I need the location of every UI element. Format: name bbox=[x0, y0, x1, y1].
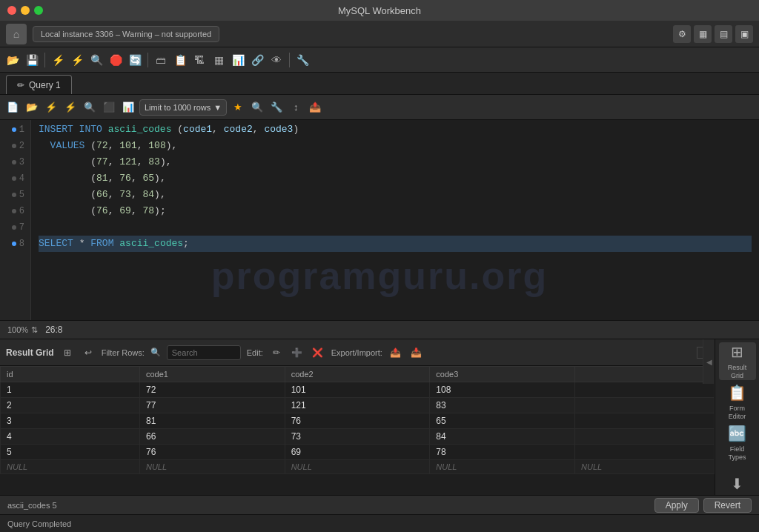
cell-code2[interactable]: 101 bbox=[285, 382, 430, 398]
table-row[interactable]: 4667384 bbox=[1, 429, 715, 445]
folder-open-icon[interactable]: 📂 bbox=[4, 52, 21, 68]
table-row[interactable]: 172101108 bbox=[1, 382, 715, 398]
schema-icon[interactable]: 🏗 bbox=[191, 52, 208, 68]
minimize-button[interactable] bbox=[21, 6, 30, 15]
cell-code1[interactable]: 72 bbox=[139, 382, 285, 398]
cell-id[interactable]: 2 bbox=[1, 398, 140, 413]
cell-extra[interactable] bbox=[575, 445, 715, 460]
cell-code2[interactable]: 76 bbox=[285, 413, 430, 429]
cell-extra[interactable] bbox=[575, 382, 715, 398]
cell-code3[interactable]: 65 bbox=[430, 413, 575, 429]
explain-icon[interactable]: 🔍 bbox=[82, 99, 98, 116]
code-line-3: (77, 121, 83), bbox=[39, 154, 752, 170]
cell-code2[interactable]: 73 bbox=[285, 429, 430, 445]
expand-sidebar-arrow[interactable]: ◀ bbox=[703, 339, 715, 384]
limit-select[interactable]: Limit to 1000 rows ▼ bbox=[139, 99, 227, 116]
cell-id[interactable]: 1 bbox=[1, 382, 140, 398]
stop-exec-icon[interactable]: ⬛ bbox=[101, 99, 117, 116]
cell-code2[interactable]: 69 bbox=[285, 445, 430, 460]
cell-code1[interactable]: NULL bbox=[139, 460, 285, 474]
sql-editor[interactable]: 1 2 3 4 5 6 7 8 INSERT INTO ascii_codes … bbox=[0, 120, 759, 320]
code-area[interactable]: INSERT INTO ascii_codes (code1, code2, c… bbox=[31, 120, 759, 320]
cell-code3[interactable]: 108 bbox=[430, 382, 575, 398]
cell-code1[interactable]: 77 bbox=[139, 398, 285, 413]
nav-bar: ⌂ Local instance 3306 – Warning – not su… bbox=[0, 21, 759, 47]
search-input[interactable] bbox=[167, 345, 241, 360]
home-icon[interactable]: ⌂ bbox=[6, 24, 27, 44]
cell-extra[interactable] bbox=[575, 398, 715, 413]
table-row[interactable]: 3817665 bbox=[1, 413, 715, 429]
query-status-bar: Query Completed bbox=[0, 514, 759, 532]
import-icon[interactable]: 📥 bbox=[409, 345, 424, 360]
query-tab[interactable]: ✏ Query 1 bbox=[6, 75, 72, 94]
settings-icon[interactable]: ⚙ bbox=[673, 25, 691, 43]
column-icon[interactable]: ▦ bbox=[211, 52, 227, 68]
cell-code1[interactable]: 66 bbox=[139, 429, 285, 445]
cell-extra[interactable]: NULL bbox=[575, 460, 715, 474]
cell-id[interactable]: 5 bbox=[1, 445, 140, 460]
cell-code2[interactable]: 121 bbox=[285, 398, 430, 413]
layout-icon[interactable]: ▦ bbox=[694, 25, 712, 43]
cell-code3[interactable]: 78 bbox=[430, 445, 575, 460]
view-icon[interactable]: 👁 bbox=[268, 52, 285, 68]
find-icon[interactable]: 🔍 bbox=[249, 99, 265, 116]
cell-id[interactable]: 3 bbox=[1, 413, 140, 429]
close-button[interactable] bbox=[7, 6, 16, 15]
col-extra bbox=[575, 367, 715, 382]
layout3-icon[interactable]: ▣ bbox=[735, 25, 753, 43]
cell-code3[interactable]: 84 bbox=[430, 429, 575, 445]
manage-icon[interactable]: 🔧 bbox=[294, 52, 311, 68]
bookmark-icon[interactable]: ★ bbox=[230, 99, 246, 116]
index-icon[interactable]: 📊 bbox=[230, 52, 246, 68]
db-icon[interactable]: 🗃 bbox=[153, 52, 169, 68]
cell-code2[interactable]: NULL bbox=[285, 460, 430, 474]
cell-extra[interactable] bbox=[575, 413, 715, 429]
scroll-down-icon: ⬇ bbox=[731, 475, 743, 493]
apply-button[interactable]: Apply bbox=[654, 498, 699, 513]
cell-id[interactable]: 4 bbox=[1, 429, 140, 445]
grid-view-icon[interactable]: ⊞ bbox=[60, 345, 75, 360]
search-icon[interactable]: 🔍 bbox=[88, 52, 105, 68]
table-row[interactable]: 27712183 bbox=[1, 398, 715, 413]
execute-all-icon[interactable]: ⚡ bbox=[62, 99, 79, 116]
open-query-icon[interactable]: 📂 bbox=[24, 99, 40, 116]
fk-icon[interactable]: 🔗 bbox=[249, 52, 265, 68]
save-icon[interactable]: 💾 bbox=[24, 52, 40, 68]
revert-button[interactable]: Revert bbox=[703, 498, 752, 513]
bottom-buttons: Apply Revert bbox=[654, 498, 752, 513]
zoom-arrows-icon[interactable]: ⇅ bbox=[31, 325, 38, 335]
cell-code3[interactable]: NULL bbox=[430, 460, 575, 474]
cell-id[interactable]: NULL bbox=[1, 460, 140, 474]
zoom-control[interactable]: 100% ⇅ bbox=[7, 325, 38, 335]
export-icon[interactable]: 📤 bbox=[388, 345, 403, 360]
format-icon[interactable]: ↕ bbox=[288, 99, 304, 116]
table-icon[interactable]: 📋 bbox=[172, 52, 188, 68]
wrap-icon[interactable]: ↩ bbox=[81, 345, 96, 360]
nav-right-icons: ⚙ ▦ ▤ ▣ bbox=[673, 25, 753, 43]
sidebar-form-editor-btn[interactable]: 📋 FormEditor bbox=[719, 383, 756, 421]
maximize-button[interactable] bbox=[34, 6, 43, 15]
stop-icon[interactable]: 🛑 bbox=[107, 52, 124, 68]
cell-code3[interactable]: 83 bbox=[430, 398, 575, 413]
wrench-icon[interactable]: 🔧 bbox=[268, 99, 285, 116]
delete-row-icon[interactable]: ❌ bbox=[311, 345, 325, 360]
cell-code1[interactable]: 76 bbox=[139, 445, 285, 460]
new-query-icon[interactable]: 📄 bbox=[4, 99, 21, 116]
code-line-4: (81, 76, 65), bbox=[39, 170, 752, 187]
execute-icon[interactable]: ⚡ bbox=[43, 99, 59, 116]
table-row[interactable]: 5766978 bbox=[1, 445, 715, 460]
run-all-icon[interactable]: ⚡ bbox=[69, 52, 85, 68]
toggle-output-icon[interactable]: 📊 bbox=[120, 99, 136, 116]
export-icon[interactable]: 📤 bbox=[307, 99, 323, 116]
run-icon[interactable]: ⚡ bbox=[50, 52, 66, 68]
sidebar-field-types-btn[interactable]: 🔤 FieldTypes bbox=[719, 424, 756, 462]
layout2-icon[interactable]: ▤ bbox=[715, 25, 732, 43]
cell-extra[interactable] bbox=[575, 429, 715, 445]
refresh-icon[interactable]: 🔄 bbox=[127, 52, 143, 68]
add-row-icon[interactable]: ➕ bbox=[290, 345, 305, 360]
connection-label[interactable]: Local instance 3306 – Warning – not supp… bbox=[33, 26, 219, 42]
sidebar-result-grid-btn[interactable]: ⊞ ResultGrid bbox=[719, 342, 756, 380]
cell-code1[interactable]: 81 bbox=[139, 413, 285, 429]
table-row[interactable]: NULLNULLNULLNULLNULL bbox=[1, 460, 715, 474]
edit-row-icon[interactable]: ✏ bbox=[269, 345, 284, 360]
